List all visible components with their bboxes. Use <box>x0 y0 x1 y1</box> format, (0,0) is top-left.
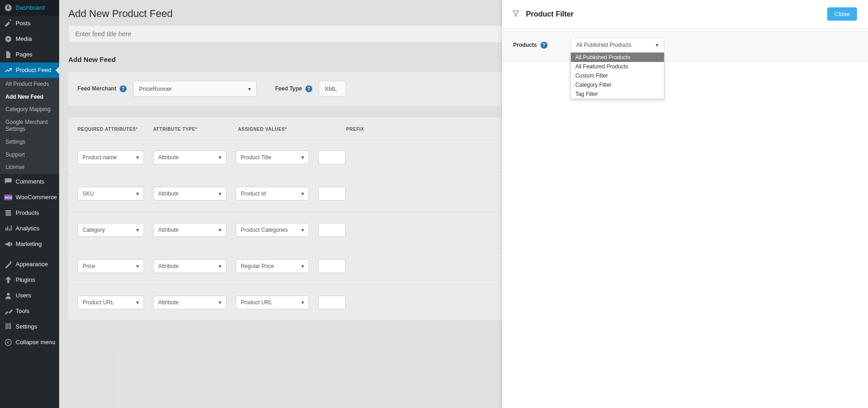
products-select[interactable]: All Published Products ▾ <box>570 38 664 52</box>
help-icon[interactable]: ? <box>305 85 312 92</box>
products-icon <box>4 208 13 218</box>
prefix-input[interactable] <box>318 151 346 164</box>
sidebar-item-appearance[interactable]: Appearance <box>0 257 59 272</box>
required-attr-select[interactable]: Product URL▾ <box>77 296 144 309</box>
collapse-icon <box>4 338 13 347</box>
assigned-value-select[interactable]: Product URL▾ <box>236 296 309 309</box>
chevron-down-icon: ▾ <box>136 263 139 269</box>
merchant-select[interactable]: PriceRunner ▾ <box>133 81 257 97</box>
comments-icon <box>4 177 13 186</box>
dashboard-icon <box>4 3 13 12</box>
plugins-icon <box>4 275 13 285</box>
header-type: ATTRIBUTE TYPE* <box>153 127 238 132</box>
sidebar-item-label: Product Feed <box>16 67 51 74</box>
posts-icon <box>4 19 13 28</box>
sidebar-item-label: Analytics <box>16 225 39 232</box>
sidebar-item-posts[interactable]: Posts <box>0 16 59 31</box>
attr-type-select[interactable]: Attribute▾ <box>153 296 227 309</box>
feed-type-label: Feed Type ? <box>275 85 312 92</box>
sidebar-item-dashboard[interactable]: Dashboard <box>0 0 59 16</box>
chevron-down-icon: ▾ <box>301 154 304 161</box>
sidebar-sub-item[interactable]: Google Merchant Settings <box>0 116 59 136</box>
sidebar-item-label: Media <box>16 35 32 43</box>
svg-point-2 <box>7 293 10 296</box>
prefix-input[interactable] <box>318 259 346 273</box>
sidebar-item-products[interactable]: Products <box>0 205 59 221</box>
sidebar-item-plugins[interactable]: Plugins <box>0 272 59 288</box>
products-label: Products ? <box>513 41 547 49</box>
chevron-down-icon: ▾ <box>219 190 221 197</box>
chevron-down-icon: ▾ <box>301 263 304 269</box>
sidebar-sub-item[interactable]: Support <box>0 149 59 162</box>
prefix-input[interactable] <box>318 223 346 237</box>
dropdown-option[interactable]: Custom Filter <box>571 71 664 80</box>
analytics-icon <box>4 224 13 233</box>
merchant-label: Feed Merchant ? <box>77 85 127 92</box>
help-icon[interactable]: ? <box>541 42 547 49</box>
header-values: ASSIGNED VALUES* <box>238 127 323 132</box>
sidebar-item-label: Dashboard <box>16 4 45 11</box>
assigned-value-select[interactable]: Product Title▾ <box>236 151 309 164</box>
users-icon <box>4 291 13 300</box>
chevron-down-icon: ▾ <box>219 263 221 269</box>
header-prefix: PREFIX <box>323 127 364 132</box>
required-attr-select[interactable]: Product name▾ <box>77 151 144 164</box>
dropdown-option[interactable]: All Featured Products <box>571 62 664 71</box>
prefix-input[interactable] <box>318 296 346 309</box>
attr-type-select[interactable]: Attribute▾ <box>153 223 227 237</box>
attr-type-select[interactable]: Attribute▾ <box>153 259 227 273</box>
media-icon <box>4 34 13 44</box>
header-required: REQUIRED ATTRIBUTES* <box>77 127 153 132</box>
sidebar-sub-item[interactable]: Add New Feed <box>0 91 59 104</box>
sidebar-item-label: Users <box>16 292 31 299</box>
feed-icon <box>4 66 13 75</box>
chevron-down-icon: ▾ <box>136 154 139 161</box>
sidebar-item-settings[interactable]: Settings <box>0 319 59 335</box>
required-attr-select[interactable]: SKU▾ <box>77 187 144 201</box>
tools-icon <box>4 307 13 316</box>
dropdown-option[interactable]: Tag Filter <box>571 89 664 99</box>
chevron-down-icon: ▾ <box>301 299 304 306</box>
sidebar-sub-item[interactable]: All Product Feeds <box>0 78 59 91</box>
chevron-down-icon: ▾ <box>136 227 139 233</box>
attr-type-select[interactable]: Attribute▾ <box>153 187 227 201</box>
svg-rect-5 <box>6 327 8 329</box>
svg-point-7 <box>5 339 11 346</box>
sidebar-item-marketing[interactable]: Marketing <box>0 236 59 252</box>
attr-type-select[interactable]: Attribute▾ <box>153 151 227 164</box>
sidebar-item-media[interactable]: Media <box>0 31 59 47</box>
assigned-value-select[interactable]: Product Id▾ <box>236 187 309 201</box>
chevron-down-icon: ▾ <box>219 227 221 233</box>
sidebar-item-product-feed[interactable]: Product Feed <box>0 62 59 78</box>
prefix-input[interactable] <box>318 187 346 201</box>
assigned-value-select[interactable]: Product Categories▾ <box>236 223 309 237</box>
sidebar-item-label: Pages <box>16 51 33 58</box>
sidebar-sub-item[interactable]: Settings <box>0 136 59 149</box>
sidebar-item-label: Comments <box>16 178 44 185</box>
help-icon[interactable]: ? <box>120 85 127 92</box>
sidebar-item-comments[interactable]: Comments <box>0 174 59 190</box>
chevron-down-icon: ▾ <box>219 154 221 161</box>
settings-icon <box>4 322 13 331</box>
required-attr-select[interactable]: Price▾ <box>77 259 144 273</box>
sidebar-item-collapse-menu[interactable]: Collapse menu <box>0 335 59 350</box>
sidebar-sub-item[interactable]: License <box>0 161 59 174</box>
sidebar-item-woocommerce[interactable]: WOOWooCommerce <box>0 190 59 205</box>
dropdown-option[interactable]: All Published Products <box>571 53 664 62</box>
sidebar-sub-item[interactable]: Category Mapping <box>0 103 59 116</box>
woo-icon: WOO <box>4 193 13 202</box>
sidebar-item-users[interactable]: Users <box>0 288 59 303</box>
feed-type-select[interactable]: XML <box>319 81 346 97</box>
required-attr-select[interactable]: Category▾ <box>77 223 144 237</box>
assigned-value-select[interactable]: Regular Price▾ <box>236 259 309 273</box>
admin-sidebar: DashboardPostsMediaPagesProduct FeedAll … <box>0 0 59 408</box>
svg-rect-4 <box>9 324 11 325</box>
marketing-icon <box>4 240 13 249</box>
sidebar-item-label: WooCommerce <box>16 194 57 201</box>
close-button[interactable]: Close <box>827 7 857 21</box>
sidebar-item-pages[interactable]: Pages <box>0 47 59 62</box>
sidebar-item-tools[interactable]: Tools <box>0 303 59 319</box>
pages-icon <box>4 50 13 59</box>
dropdown-option[interactable]: Category Filter <box>571 80 664 89</box>
sidebar-item-analytics[interactable]: Analytics <box>0 221 59 236</box>
